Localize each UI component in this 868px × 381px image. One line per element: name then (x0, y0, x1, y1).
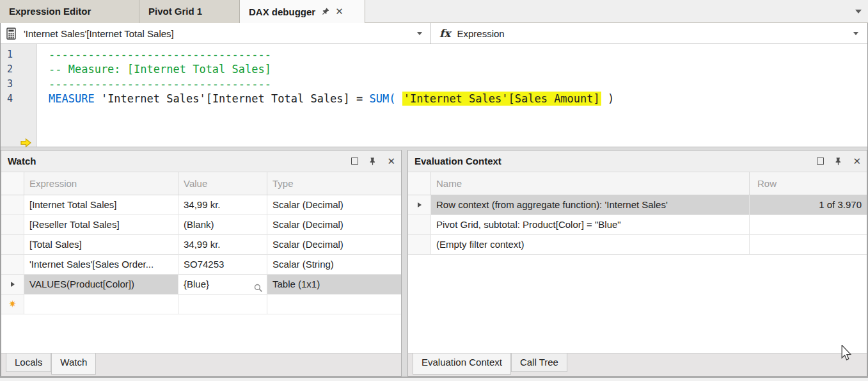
column-header-value[interactable]: Value (178, 172, 267, 195)
code-text: 'Internet Sales'[Internet Total Sales] = (95, 92, 370, 105)
triangle-right-icon (418, 202, 422, 207)
triangle-right-icon (11, 282, 15, 287)
cell-row[interactable]: 1 of 3.970 (750, 195, 867, 215)
cell-expression[interactable]: [Total Sales] (24, 235, 178, 254)
measure-selector-dropdown[interactable]: 'Internet Sales'[Internet Total Sales] (1, 23, 430, 44)
cell-value[interactable] (178, 295, 267, 314)
close-icon[interactable]: ✕ (387, 156, 395, 167)
watch-grid-header: Expression Value Type (1, 172, 401, 195)
tab-watch[interactable]: Watch (51, 353, 96, 375)
pin-icon[interactable] (834, 157, 842, 166)
pin-icon[interactable] (319, 6, 331, 17)
maximize-icon[interactable] (351, 158, 358, 165)
watch-row: [Reseller Total Sales] (Blank) Scalar (D… (1, 215, 401, 235)
column-header-type[interactable]: Type (267, 172, 401, 195)
column-header-row[interactable]: Row (750, 172, 867, 195)
tab-expression-editor[interactable]: Expression Editor (0, 0, 139, 23)
column-header-name[interactable]: Name (431, 172, 750, 195)
selector-toolbar: 'Internet Sales'[Internet Total Sales] f… (1, 23, 867, 44)
cell-type[interactable]: Table (1x1) (267, 275, 401, 294)
expression-selector-value: Expression (457, 28, 504, 39)
watch-row: 'Internet Sales'[Sales Order... SO74253 … (1, 255, 401, 275)
cell-value[interactable]: 34,99 kr. (178, 235, 267, 254)
eval-grid-header: Name Row (408, 172, 867, 195)
code-line-2: -- Measure: [Internet Total Sales] (49, 62, 867, 77)
cell-type[interactable]: Scalar (Decimal) (267, 195, 401, 215)
cell-value[interactable]: 34,99 kr. (178, 195, 267, 215)
column-header-expression[interactable]: Expression (24, 172, 178, 195)
cell-name[interactable]: (Empty filter context) (431, 235, 750, 254)
code-line-4: MEASURE 'Internet Sales'[Internet Total … (49, 92, 867, 106)
row-header[interactable] (1, 215, 24, 234)
cell-expression[interactable]: [Internet Total Sales] (24, 195, 178, 215)
evaluation-context-panel: Evaluation Context ✕ Name Row Row contex… (407, 150, 867, 377)
highlighted-expression: 'Internet Sales'[Sales Amount] (402, 92, 601, 106)
magnifier-icon[interactable] (254, 280, 263, 294)
code-text: ) (601, 92, 614, 105)
cell-type[interactable]: Scalar (Decimal) (267, 235, 401, 254)
dax-debugger-window: Expression Editor Pivot Grid 1 DAX debug… (0, 0, 868, 381)
row-header[interactable] (1, 255, 24, 274)
line-number: 3 (1, 77, 36, 92)
cell-row[interactable] (750, 215, 867, 234)
document-tab-strip: Expression Editor Pivot Grid 1 DAX debug… (0, 0, 868, 23)
measure-selector-value: 'Internet Sales'[Internet Total Sales] (24, 28, 174, 39)
cell-type[interactable] (267, 295, 401, 314)
code-line-3: ---------------------------------- (49, 77, 867, 92)
tab-locals[interactable]: Locals (6, 353, 51, 372)
cell-value-text: {Blue} (184, 279, 209, 289)
tab-call-tree[interactable]: Call Tree (511, 353, 567, 372)
watch-panel-tabstrip: Locals Watch (1, 353, 401, 376)
tab-list-dropdown-icon[interactable] (855, 10, 862, 13)
tab-pivot-grid-1[interactable]: Pivot Grid 1 (139, 0, 240, 23)
cell-expression[interactable] (24, 295, 178, 314)
cell-type[interactable]: Scalar (String) (267, 255, 401, 274)
keyword-measure: MEASURE (49, 92, 95, 105)
window-footer-strip (0, 378, 868, 381)
eval-panel-titlebar[interactable]: Evaluation Context ✕ (408, 150, 867, 172)
cell-value[interactable]: SO74253 (178, 255, 267, 274)
cell-type[interactable]: Scalar (Decimal) (267, 215, 401, 234)
cell-name[interactable]: Row context (from aggregate function): '… (431, 195, 750, 215)
row-header[interactable] (1, 235, 24, 254)
dax-code-editor[interactable]: 1 2 3 4 --------------------------------… (1, 44, 867, 147)
keyword-sum: SUM( (370, 92, 396, 105)
editor-gutter[interactable]: 1 2 3 4 (1, 44, 37, 147)
pin-icon[interactable] (368, 157, 377, 166)
maximize-icon[interactable] (817, 158, 824, 165)
close-icon[interactable]: ✕ (853, 156, 861, 167)
code-area[interactable]: ---------------------------------- -- Me… (37, 44, 867, 147)
row-header[interactable] (408, 195, 431, 215)
row-header[interactable]: ✷ (1, 295, 24, 314)
cell-value-editing[interactable]: {Blue} (178, 275, 267, 294)
line-number: 4 (1, 92, 36, 106)
row-header[interactable] (408, 235, 431, 254)
code-line-1: ---------------------------------- (49, 47, 867, 62)
cell-expression[interactable]: 'Internet Sales'[Sales Order... (24, 255, 178, 274)
row-header-column (408, 172, 431, 195)
eval-panel-tabstrip: Evaluation Context Call Tree (408, 353, 867, 376)
cell-expression[interactable]: VALUES(Product[Color]) (24, 275, 178, 294)
eval-row: (Empty filter context) (408, 235, 867, 255)
watch-row-selected: VALUES(Product[Color]) {Blue} Table (1x1… (1, 275, 401, 295)
eval-row-selected: Row context (from aggregate function): '… (408, 195, 867, 215)
watch-panel: Watch ✕ Expression Value Type [Internet … (1, 150, 402, 377)
row-header[interactable] (1, 275, 24, 294)
chevron-down-icon[interactable] (417, 32, 422, 35)
watch-panel-titlebar[interactable]: Watch ✕ (1, 150, 401, 172)
star-icon: ✷ (8, 300, 17, 309)
expression-selector-dropdown[interactable]: fx Expression (430, 23, 867, 44)
tab-evaluation-context[interactable]: Evaluation Context (413, 353, 511, 375)
mouse-pointer (839, 345, 853, 364)
close-icon[interactable]: ✕ (335, 6, 343, 17)
row-header[interactable] (408, 215, 431, 234)
row-header[interactable] (1, 195, 24, 215)
cell-row[interactable] (750, 235, 867, 254)
cell-value[interactable]: (Blank) (178, 215, 267, 234)
cell-expression[interactable]: [Reseller Total Sales] (24, 215, 178, 234)
chevron-down-icon[interactable] (853, 32, 858, 35)
row-header-column (1, 172, 24, 195)
tab-dax-debugger[interactable]: DAX debugger ✕ (240, 0, 365, 23)
cell-name[interactable]: Pivot Grid, subtotal: Product[Color] = "… (431, 215, 750, 234)
tab-label: DAX debugger (249, 6, 315, 17)
